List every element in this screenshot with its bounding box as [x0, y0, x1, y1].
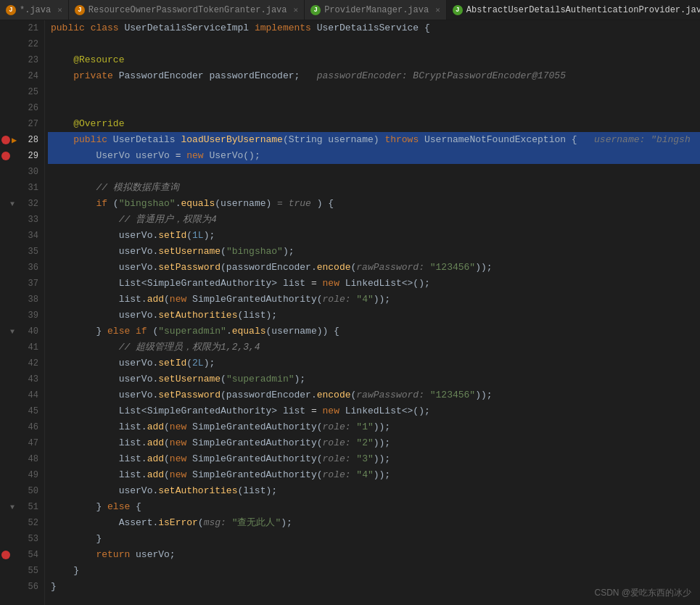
code-line-34: userVo.setId(1L);	[48, 228, 700, 244]
code-line-31: // 模拟数据库查询	[48, 180, 700, 196]
gutter-line-50: 50	[0, 483, 44, 499]
gutter-line-41: 41	[0, 339, 44, 355]
gutter-line-30: 30	[0, 164, 44, 180]
gutter-line-48: 48	[0, 451, 44, 467]
code-line-55: }	[48, 563, 700, 579]
gutter-line-28: ▶ 28	[0, 132, 44, 148]
gutter-line-27: 27	[0, 116, 44, 132]
breakpoint-icon-29	[1, 152, 10, 160]
tab-provider-manager[interactable]: J ProviderManager.java ✕	[305, 0, 447, 20]
gutter-line-21: 21	[0, 20, 44, 36]
gutter-line-42: 42	[0, 355, 44, 371]
code-line-30	[48, 164, 700, 180]
gutter-line-46: 46	[0, 419, 44, 435]
code-line-48: list.add(new SimpleGrantedAuthority(role…	[48, 451, 700, 467]
gutter-line-54: 54	[0, 547, 44, 563]
code-line-41: // 超级管理员，权限为1,2,3,4	[48, 339, 700, 355]
code-line-42: userVo.setId(2L);	[48, 355, 700, 371]
tab-label-3: ProviderManager.java	[324, 5, 429, 15]
tab-close-2[interactable]: ✕	[294, 5, 299, 15]
gutter-line-52: 52	[0, 515, 44, 531]
code-line-22	[48, 36, 700, 52]
code-line-39: userVo.setAuthorities(list);	[48, 308, 700, 324]
code-line-23: @Resource	[48, 52, 700, 68]
gutter-line-39: 39	[0, 308, 44, 324]
fold-icon-51[interactable]: ▼	[10, 503, 15, 511]
gutter-line-32: ▼ 32	[0, 196, 44, 212]
code-line-36: userVo.setPassword(passwordEncoder.encod…	[48, 260, 700, 276]
gutter-line-33: 33	[0, 212, 44, 228]
tab-close-1[interactable]: ✕	[57, 5, 62, 15]
code-container: 21 22 23 24 25 26 27 ▶ 28 29 30 31 ▼ 32 …	[0, 20, 700, 605]
breakpoint-icon-54	[1, 551, 10, 559]
code-line-53: }	[48, 531, 700, 547]
code-line-38: list.add(new SimpleGrantedAuthority(role…	[48, 292, 700, 308]
watermark: CSDN @爱吃东西的冰少	[594, 587, 691, 599]
code-line-40: } else if ("superadmin".equals(username)…	[48, 324, 700, 339]
code-line-26	[48, 100, 700, 116]
fold-icon-40[interactable]: ▼	[10, 328, 15, 336]
gutter-line-35: 35	[0, 244, 44, 260]
fold-icon-32[interactable]: ▼	[10, 200, 15, 208]
gutter-line-37: 37	[0, 276, 44, 292]
line-number-gutter: 21 22 23 24 25 26 27 ▶ 28 29 30 31 ▼ 32 …	[0, 20, 45, 605]
code-line-47: list.add(new SimpleGrantedAuthority(role…	[48, 435, 700, 451]
code-line-49: list.add(new SimpleGrantedAuthority(role…	[48, 467, 700, 483]
gutter-line-22: 22	[0, 36, 44, 52]
tab-icon-1: J	[6, 5, 16, 15]
gutter-line-40: ▼ 40	[0, 324, 44, 339]
gutter-line-47: 47	[0, 435, 44, 451]
tab-label-1: *.java	[20, 5, 51, 15]
arrow-icon-28: ▶	[12, 135, 17, 146]
gutter-line-55: 55	[0, 563, 44, 579]
gutter-line-26: 26	[0, 100, 44, 116]
code-line-29: UserVo userVo = new UserVo();	[48, 148, 700, 164]
tab-java[interactable]: J *.java ✕	[0, 0, 69, 20]
tab-label-2: ResourceOwnerPasswordTokenGranter.java	[88, 5, 287, 15]
code-line-50: userVo.setAuthorities(list);	[48, 483, 700, 499]
code-line-28: public UserDetails loadUserByUsername(St…	[48, 132, 700, 148]
tab-resource-owner[interactable]: J ResourceOwnerPasswordTokenGranter.java…	[69, 0, 305, 20]
gutter-line-43: 43	[0, 371, 44, 387]
code-line-35: userVo.setUsername("bingshao");	[48, 244, 700, 260]
tab-icon-2: J	[75, 5, 85, 15]
tab-close-3[interactable]: ✕	[435, 5, 440, 15]
code-line-43: userVo.setUsername("superadmin");	[48, 371, 700, 387]
gutter-line-31: 31	[0, 180, 44, 196]
gutter-line-25: 25	[0, 84, 44, 100]
gutter-line-36: 36	[0, 260, 44, 276]
tab-abstract-auth[interactable]: J AbstractUserDetailsAuthenticationProvi…	[447, 0, 700, 20]
code-line-27: @Override	[48, 116, 700, 132]
tab-icon-4: J	[453, 5, 463, 15]
tab-label-4: AbstractUserDetailsAuthenticationProvide…	[466, 5, 700, 15]
gutter-line-44: 44	[0, 387, 44, 403]
gutter-line-23: 23	[0, 52, 44, 68]
gutter-line-34: 34	[0, 228, 44, 244]
gutter-line-24: 24	[0, 68, 44, 84]
code-line-54: return userVo;	[48, 547, 700, 563]
gutter-line-29: 29	[0, 148, 44, 164]
code-line-46: list.add(new SimpleGrantedAuthority(role…	[48, 419, 700, 435]
gutter-line-56: 56	[0, 579, 44, 595]
code-editor[interactable]: public class UserDetailsServiceImpl impl…	[45, 20, 700, 605]
gutter-line-49: 49	[0, 467, 44, 483]
code-line-45: List<SimpleGrantedAuthority> list = new …	[48, 403, 700, 419]
code-line-52: Assert.isError(msg: "查无此人");	[48, 515, 700, 531]
code-line-32: if ("bingshao".equals(username) = true )…	[48, 196, 700, 212]
gutter-line-45: 45	[0, 403, 44, 419]
breakpoint-icon-28	[1, 136, 10, 144]
gutter-line-53: 53	[0, 531, 44, 547]
code-line-37: List<SimpleGrantedAuthority> list = new …	[48, 276, 700, 292]
tab-icon-3: J	[310, 5, 321, 15]
gutter-line-51: ▼ 51	[0, 499, 44, 515]
code-line-44: userVo.setPassword(passwordEncoder.encod…	[48, 387, 700, 403]
code-line-33: // 普通用户，权限为4	[48, 212, 700, 228]
code-line-21: public class UserDetailsServiceImpl impl…	[48, 20, 700, 36]
gutter-line-38: 38	[0, 292, 44, 308]
code-line-51: } else {	[48, 499, 700, 515]
code-line-25	[48, 84, 700, 100]
code-line-24: private PasswordEncoder passwordEncoder;…	[48, 68, 700, 84]
tab-bar: J *.java ✕ J ResourceOwnerPasswordTokenG…	[0, 0, 700, 20]
